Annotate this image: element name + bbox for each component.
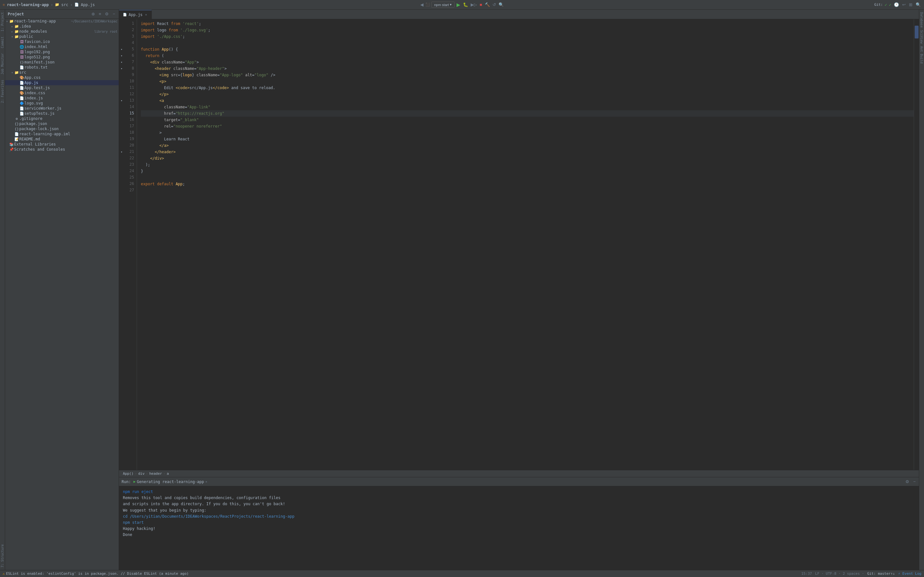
tree-item-idea[interactable]: ▸📁.idea	[5, 24, 119, 29]
tree-item-indexhtml[interactable]: 🌐index.html	[5, 44, 119, 49]
project-options-btn[interactable]: ≡	[98, 11, 102, 17]
tree-item-packagelock[interactable]: {}package-lock.json	[5, 126, 119, 131]
tree-item-src[interactable]: ▾📁src	[5, 70, 119, 75]
fold-arrow-6[interactable]: ▾	[119, 53, 124, 59]
npm-start-dropdown[interactable]: npm start ▾	[431, 2, 455, 8]
app-icon: ⚛	[3, 2, 5, 7]
undo-btn[interactable]: ↩	[901, 2, 906, 8]
fold-arrow-7[interactable]: ▾	[119, 59, 124, 65]
code-token	[141, 59, 150, 65]
warning-icon: ⚠	[3, 572, 5, 576]
tree-item-robots[interactable]: 📄robots.txt	[5, 65, 119, 70]
project-scope-btn[interactable]: ⊕	[90, 11, 96, 17]
line-num-4: 4	[124, 40, 134, 46]
code-token: =	[173, 110, 176, 117]
run-tab-close-btn[interactable]: ✕	[205, 480, 207, 484]
git-check1: ✓	[885, 3, 887, 7]
build-btn[interactable]: 🔨	[484, 2, 491, 8]
right-sidebar-sciview[interactable]: SciView	[919, 29, 924, 45]
find-usages-btn[interactable]: 🔍	[915, 2, 921, 8]
sidebar-item-job-monitor[interactable]: Job Monitor	[0, 52, 5, 76]
right-sidebar-database[interactable]: Database	[919, 11, 924, 29]
tree-item-logo192[interactable]: 🖼logo192.png	[5, 49, 119, 55]
tree-item-serviceworker[interactable]: 📄serviceWorker.js	[5, 106, 119, 111]
tree-item-logo512[interactable]: 🖼logo512.png	[5, 55, 119, 60]
breadcrumb-part-0[interactable]: App()	[123, 472, 134, 476]
tree-item-public[interactable]: ▾📁public	[5, 34, 119, 39]
run-btn[interactable]: ▶	[456, 1, 461, 8]
tree-item-readme[interactable]: 📝README.md	[5, 137, 119, 142]
find-btn[interactable]: 🔍	[498, 2, 504, 8]
fold-arrow-5[interactable]: ▾	[119, 46, 124, 53]
tree-item-logosvg[interactable]: 🔷logo.svg	[5, 101, 119, 106]
debug-btn[interactable]: 🐛	[462, 2, 469, 8]
tree-icon-appcss: 🎨	[19, 76, 24, 80]
tree-item-appjs[interactable]: 📄App.js	[5, 80, 119, 85]
tree-item-setuptests[interactable]: 📄setupTests.js	[5, 111, 119, 116]
code-token: =	[217, 72, 220, 78]
code-token: "_blank"	[180, 117, 199, 123]
run-tab[interactable]: ▶ Generating react-learning-app ✕	[134, 480, 207, 484]
right-sidebar-ant-build[interactable]: Ant Build	[919, 45, 924, 65]
history-btn[interactable]: 🕐	[893, 2, 900, 8]
fold-arrow-8[interactable]: ▾	[119, 65, 124, 72]
tree-icon-apptestjs: 📄	[19, 86, 24, 90]
fold-arrow-13[interactable]: ▾	[119, 97, 124, 104]
tree-icon-setuptests: 📄	[19, 111, 24, 116]
tree-item-node_modules[interactable]: ▸📁node_moduleslibrary root	[5, 29, 119, 34]
tree-label-idea: .idea	[19, 24, 119, 29]
tree-item-apptestjs[interactable]: 📄App.test.js	[5, 85, 119, 90]
tree-item-scratches[interactable]: 📌Scratches and Consoles	[5, 147, 119, 152]
tab-close-btn[interactable]: ✕	[144, 13, 148, 17]
code-line-20: </a>	[141, 142, 914, 149]
run-settings-btn[interactable]: ⚙	[905, 479, 910, 485]
breadcrumb-part-2[interactable]: header	[149, 472, 162, 476]
project-settings-btn[interactable]: ⚙	[104, 11, 110, 17]
stop-btn[interactable]: ■	[479, 2, 483, 8]
tree-label-logo512: logo512.png	[24, 55, 119, 59]
bottom-sidebar-structure[interactable]: 7: Structure	[0, 543, 5, 569]
code-area[interactable]: import React from 'react';import logo fr…	[137, 19, 914, 470]
layout-btn[interactable]: ⊞	[908, 2, 913, 8]
tree-item-root[interactable]: ▾📁react-learning-app~/Documents/IDEAWork…	[5, 19, 119, 24]
reload-btn[interactable]: ↺	[492, 2, 497, 8]
breadcrumb-part-3[interactable]: a	[167, 472, 169, 476]
console-output[interactable]: npm run eject Removes this tool and copi…	[119, 486, 919, 570]
tree-label-manifest: manifest.json	[24, 60, 119, 64]
sidebar-item-commit[interactable]: Commit	[0, 35, 5, 49]
breadcrumb-part-1[interactable]: div	[138, 472, 145, 476]
line-num-12: 12	[124, 91, 134, 97]
tree-item-indexcss[interactable]: 🎨index.css	[5, 90, 119, 95]
tree-icon-indexcss: 🎨	[19, 91, 24, 95]
run-minimize-btn[interactable]: −	[913, 479, 916, 485]
project-panel-header: Project ⊕ ≡ ⚙ −	[5, 10, 119, 19]
code-trail: ;	[183, 33, 185, 40]
tree-item-manifest[interactable]: {}manifest.json	[5, 60, 119, 65]
tree-item-packagejson[interactable]: {}package.json	[5, 121, 119, 126]
tree-item-appcss[interactable]: 🎨App.css	[5, 75, 119, 80]
tree-label-scratches: Scratches and Consoles	[14, 147, 119, 152]
tree-icon-logosvg: 🔷	[19, 101, 24, 105]
tree-item-extlibs[interactable]: 📚External Libraries	[5, 142, 119, 147]
tab-appjs[interactable]: 📄 App.js ✕	[119, 10, 152, 19]
sidebar-item-project[interactable]: 1: Project	[0, 11, 5, 33]
coverage-btn[interactable]: ▶▷	[470, 2, 478, 8]
back-btn[interactable]: ◀	[420, 2, 424, 8]
event-log[interactable]: ⚡ Event Log	[898, 572, 921, 576]
tree-item-gitignore[interactable]: ⚙.gitignore	[5, 116, 119, 121]
code-token: ={	[178, 72, 183, 78]
tree-item-learningappiml[interactable]: 📄react-learning-app.iml	[5, 131, 119, 137]
project-panel: Project ⊕ ≡ ⚙ − ▾📁react-learning-app~/Do…	[5, 10, 119, 570]
fold-arrow-15	[119, 110, 124, 117]
tree-item-favicon[interactable]: 🖼favicon.ico	[5, 39, 119, 44]
code-trail: ;	[183, 181, 185, 187]
line-num-21: 21	[124, 149, 134, 155]
fold-arrow-21[interactable]: ▾	[119, 149, 124, 155]
code-token: }	[192, 72, 196, 78]
console-line: npm start	[123, 520, 915, 526]
tab-icon: 📄	[123, 13, 127, 16]
tree-item-indexjs[interactable]: 📄index.js	[5, 95, 119, 101]
project-minimize-btn[interactable]: −	[111, 11, 116, 17]
code-token: 'react'	[183, 21, 199, 27]
sidebar-item-favorites[interactable]: 2: Favorites	[0, 79, 5, 104]
